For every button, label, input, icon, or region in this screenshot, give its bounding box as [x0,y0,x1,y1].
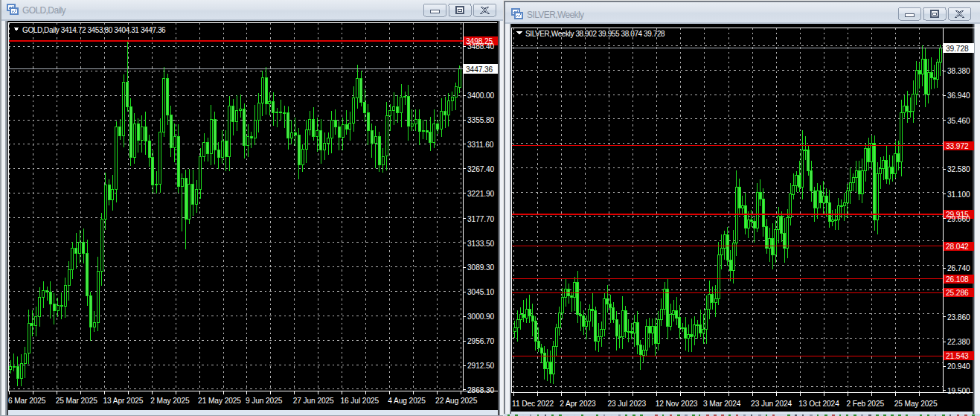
svg-text:21 May 2025: 21 May 2025 [198,397,241,405]
svg-text:3267.40: 3267.40 [467,165,495,173]
svg-text:3133.50: 3133.50 [467,240,495,248]
svg-text:35.460: 35.460 [947,117,970,125]
svg-text:2 May 2025: 2 May 2025 [150,397,190,405]
svg-text:11 Dec 2022: 11 Dec 2022 [512,400,554,408]
svg-text:13 Oct 2024: 13 Oct 2024 [798,400,839,408]
svg-text:3400.00: 3400.00 [467,92,495,100]
svg-text:23 Jul 2023: 23 Jul 2023 [608,400,647,408]
svg-text:32.580: 32.580 [947,165,970,173]
svg-text:3000.90: 3000.90 [467,313,495,321]
svg-text:23.860: 23.860 [947,313,970,321]
svg-text:16 Jul 2025: 16 Jul 2025 [341,397,379,405]
svg-text:20.940: 20.940 [947,362,970,371]
svg-text:25 May 2025: 25 May 2025 [894,400,938,408]
svg-text:9 Jun 2025: 9 Jun 2025 [246,397,283,405]
svg-text:21.543: 21.543 [946,352,969,360]
svg-text:31.100: 31.100 [947,191,970,199]
svg-text:26.108: 26.108 [946,275,969,284]
svg-text:2868.30: 2868.30 [467,386,495,394]
svg-text:22.380: 22.380 [947,338,970,346]
svg-text:6 Mar 2025: 6 Mar 2025 [8,397,46,405]
svg-text:23 Jun 2024: 23 Jun 2024 [751,400,792,408]
svg-text:2956.70: 2956.70 [467,337,495,345]
svg-text:3221.90: 3221.90 [467,190,495,198]
svg-text:19.500: 19.500 [947,387,970,395]
svg-text:4 Aug 2025: 4 Aug 2025 [388,397,426,405]
svg-text:3311.60: 3311.60 [467,141,494,149]
svg-text:27 Jun 2025: 27 Jun 2025 [293,397,334,405]
svg-text:26.740: 26.740 [947,264,970,272]
svg-text:3089.30: 3089.30 [467,263,495,272]
svg-text:2 Feb 2025: 2 Feb 2025 [847,400,885,408]
svg-text:25 Mar 2025: 25 Mar 2025 [56,397,98,405]
svg-text:3447.36: 3447.36 [466,65,493,74]
svg-text:3177.70: 3177.70 [467,215,495,223]
svg-text:12 Nov 2023: 12 Nov 2023 [656,400,698,408]
svg-text:SILVER,Weekly: SILVER,Weekly [527,10,584,20]
svg-text:2 Apr 2023: 2 Apr 2023 [560,400,596,408]
svg-text:25.286: 25.286 [946,289,969,297]
svg-text:33.972: 33.972 [946,142,969,150]
svg-text:GOLD,Daily 3414.72 3453.80 34: GOLD,Daily 3414.72 3453.80 3404.31 3447.… [22,26,166,34]
svg-text:22 Aug 2025: 22 Aug 2025 [435,397,478,405]
svg-text:3045.10: 3045.10 [467,288,495,296]
svg-text:GOLD,Daily: GOLD,Daily [22,5,66,16]
svg-text:39.728: 39.728 [946,45,969,53]
svg-text:38.380: 38.380 [947,67,970,75]
svg-text:29.660: 29.660 [947,215,970,223]
svg-text:28.042: 28.042 [946,243,969,251]
svg-text:3488.40: 3488.40 [467,42,495,51]
svg-text:13 Apr 2025: 13 Apr 2025 [103,397,144,405]
svg-text:2912.50: 2912.50 [467,362,495,370]
svg-text:36.940: 36.940 [947,92,970,100]
svg-text:3355.80: 3355.80 [467,116,495,124]
svg-text:SILVER,Weekly 38.902 39.955 3: SILVER,Weekly 38.902 39.955 38.074 39.72… [525,30,665,38]
svg-text:3 Mar 2024: 3 Mar 2024 [703,400,741,408]
